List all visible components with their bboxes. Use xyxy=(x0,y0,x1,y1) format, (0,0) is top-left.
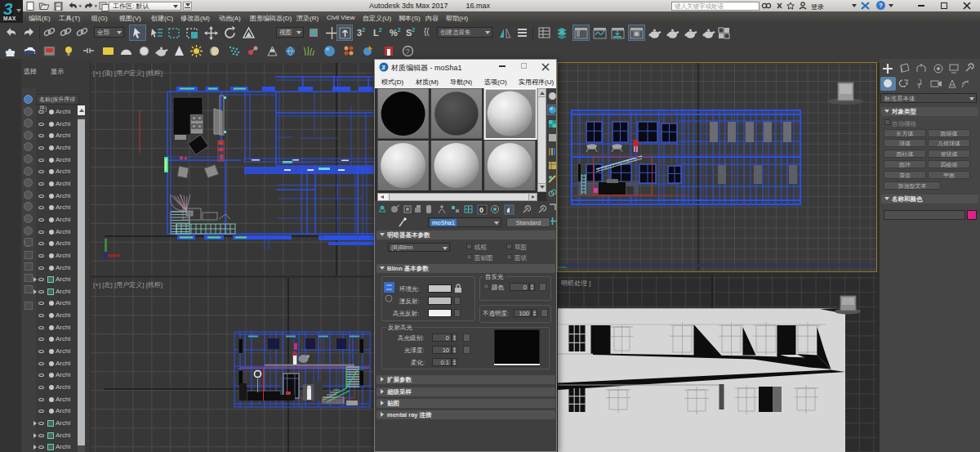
svg-text:3: 3 xyxy=(381,64,385,71)
svg-text:?: ? xyxy=(406,47,410,56)
svg-text:0: 0 xyxy=(479,206,483,214)
